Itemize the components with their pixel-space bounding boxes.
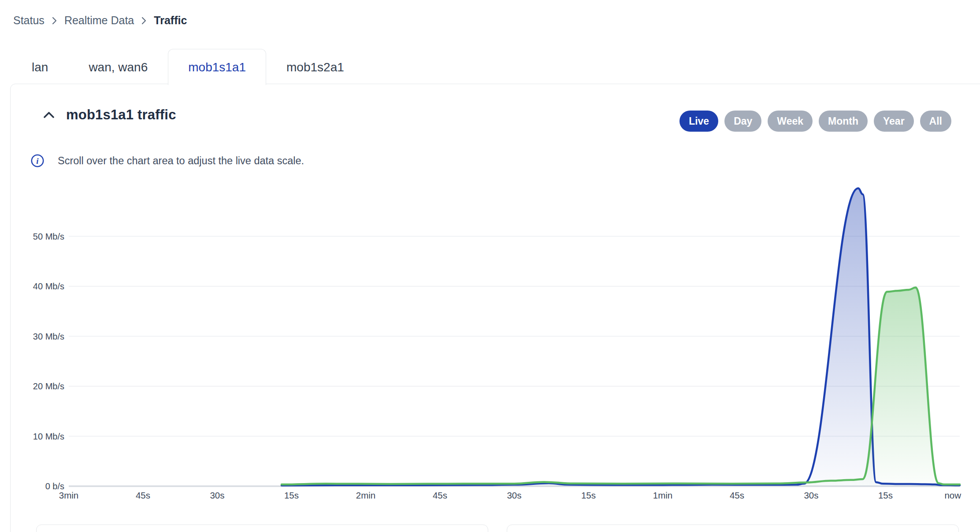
y-axis-label: 0 b/s	[45, 481, 64, 491]
x-axis-label: now	[944, 490, 961, 500]
x-axis-label: 45s	[433, 490, 447, 500]
range-button-week[interactable]: Week	[768, 111, 813, 132]
tab-mob1s2a1[interactable]: mob1s2a1	[266, 49, 364, 85]
info-icon: i	[30, 154, 45, 168]
info-text: Scroll over the chart area to adjust the…	[58, 155, 304, 167]
x-axis-label: 2min	[356, 490, 375, 500]
x-axis-label: 15s	[878, 490, 893, 500]
traffic-panel: 0 b/s10 Mb/s20 Mb/s30 Mb/s40 Mb/s50 Mb/s…	[10, 84, 980, 532]
x-axis-label: 30s	[210, 490, 224, 500]
y-axis-label: 40 Mb/s	[33, 281, 64, 291]
breadcrumb-separator-icon	[52, 17, 57, 25]
collapse-section-button[interactable]	[41, 110, 56, 120]
x-axis-label: 45s	[730, 490, 744, 500]
traffic-chart[interactable]: 0 b/s10 Mb/s20 Mb/s30 Mb/s40 Mb/s50 Mb/s…	[11, 84, 980, 532]
x-axis-label: 30s	[507, 490, 521, 500]
tab-wan-wan6[interactable]: wan, wan6	[68, 49, 168, 85]
y-axis-label: 30 Mb/s	[33, 332, 64, 341]
y-axis-label: 50 Mb/s	[33, 232, 64, 241]
tab-mob1s1a1[interactable]: mob1s1a1	[168, 49, 266, 85]
x-axis-label: 45s	[136, 490, 150, 500]
time-range-buttons: LiveDayWeekMonthYearAll	[679, 111, 951, 132]
range-button-live[interactable]: Live	[679, 111, 718, 132]
tab-lan[interactable]: lan	[11, 49, 68, 85]
range-button-year[interactable]: Year	[874, 111, 914, 132]
info-row: i Scroll over the chart area to adjust t…	[30, 154, 304, 168]
bottom-right-card	[507, 525, 959, 532]
range-button-all[interactable]: All	[920, 111, 951, 132]
chevron-up-icon	[43, 111, 55, 118]
x-axis-label: 3min	[59, 490, 78, 500]
svg-text:i: i	[36, 156, 39, 166]
chart-title: mob1s1a1 traffic	[66, 107, 176, 123]
y-axis-label: 20 Mb/s	[33, 381, 64, 391]
bottom-left-card	[36, 525, 488, 532]
x-axis-label: 30s	[804, 490, 818, 500]
x-axis-label: 15s	[284, 490, 299, 500]
series-area-blue	[282, 188, 960, 487]
y-axis-label: 10 Mb/s	[33, 432, 64, 441]
x-axis-label: 15s	[581, 490, 596, 500]
range-button-month[interactable]: Month	[819, 111, 868, 132]
breadcrumb-separator-icon	[141, 17, 146, 25]
x-axis-label: 1min	[653, 490, 672, 500]
range-button-day[interactable]: Day	[724, 111, 761, 132]
breadcrumb-item-realtime-data[interactable]: Realtime Data	[64, 14, 134, 27]
breadcrumb-item-traffic: Traffic	[154, 14, 187, 27]
chart-header: mob1s1a1 traffic	[41, 107, 176, 123]
breadcrumb: StatusRealtime DataTraffic	[13, 14, 187, 27]
interface-tabs: lanwan, wan6mob1s1a1mob1s2a1	[11, 49, 364, 85]
breadcrumb-item-status[interactable]: Status	[13, 14, 45, 27]
